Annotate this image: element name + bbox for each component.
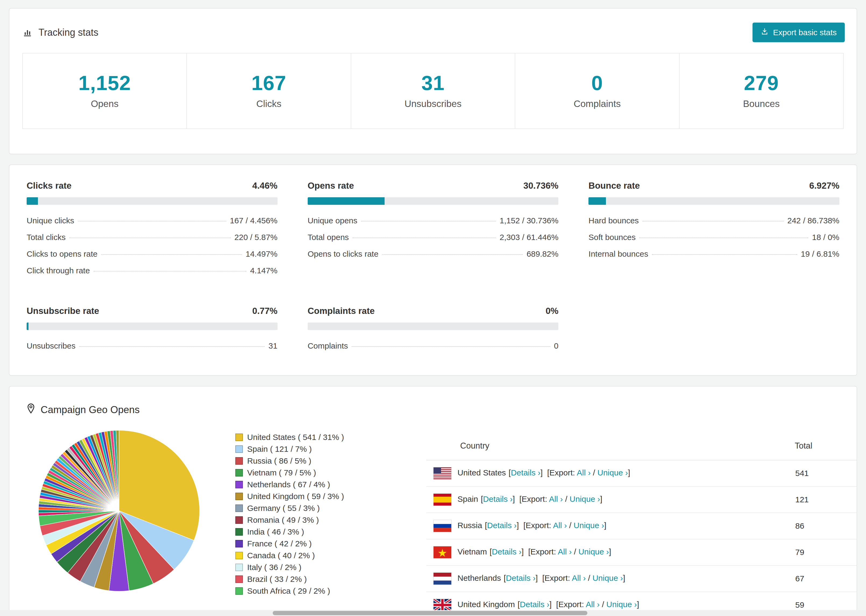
geo-table-row: Vietnam[Details ›] [Export: All › / Uniq… [426,539,857,566]
horizontal-scrollbar-thumb[interactable] [273,611,587,615]
legend-item: Vietnam ( 79 / 5% ) [235,467,386,479]
total-column-header: Total [795,430,857,460]
rate-detail-label: Unique opens [308,216,357,225]
legend-item: France ( 42 / 2% ) [235,538,386,550]
country-details-link[interactable]: Details › [492,547,521,556]
country-details-link[interactable]: Details › [520,600,550,609]
legend-label: Italy ( 36 / 2% ) [247,563,301,572]
rate-detail-value: 18 / 0% [812,233,839,242]
geo-opens-card: Campaign Geo Opens United States ( 541 /… [9,386,857,616]
geo-title: Campaign Geo Opens [41,404,140,415]
country-total: 121 [795,486,857,513]
stat-label: Complaints [515,98,679,109]
rates-grid: Clicks rate 4.46% Unique clicks167 / 4.4… [27,181,839,354]
flag-vn-icon [433,546,452,558]
email-campaign-stats-page: Tracking stats Export basic stats 1,152 … [0,0,866,616]
dotted-leader [642,221,783,222]
rate-bounce: Bounce rate 6.927% Hard bounces242 / 86.… [589,181,839,279]
country-name: United Kingdom [457,600,515,609]
rate-detail-label: Clicks to opens rate [27,250,98,259]
export-unique-link[interactable]: Unique › [597,468,628,477]
rate-detail-value: 0 [554,341,559,350]
country-name: Netherlands [457,574,501,582]
rate-detail-label: Internal bounces [589,250,648,259]
dotted-leader [361,221,496,222]
legend-item: Italy ( 36 / 2% ) [235,561,386,573]
export-all-link[interactable]: All › [553,521,567,530]
bar-chart-icon [22,27,33,38]
legend-label: India ( 46 / 3% ) [247,527,304,536]
legend-swatch-icon [235,552,243,559]
country-details-link[interactable]: Details › [506,574,535,582]
rate-detail-value: 19 / 6.81% [801,250,839,259]
stat-value: 31 [351,71,515,94]
export-unique-link[interactable]: Unique › [592,574,623,582]
legend-item: South Africa ( 29 / 2% ) [235,585,386,597]
stat-clicks: 167 Clicks [187,53,351,129]
rate-detail-row: Total clicks220 / 5.87% [27,229,277,246]
rate-detail-label: Soft bounces [589,233,636,242]
rate-detail-value: 689.82% [527,250,558,259]
country-details-link[interactable]: Details › [483,495,513,503]
geo-table-header-row: Country Total [426,430,857,460]
rate-opens: Opens rate 30.736% Unique opens1,152 / 3… [308,181,559,279]
stat-opens: 1,152 Opens [23,53,187,129]
geo-pie-chart [36,428,202,594]
rate-detail-value: 220 / 5.87% [235,233,277,242]
country-total: 86 [795,513,857,539]
geo-table-row: Spain[Details ›] [Export: All › / Unique… [426,486,857,513]
country-name: United States [457,468,506,477]
export-basic-stats-button[interactable]: Export basic stats [753,23,845,42]
country-name: Spain [457,495,478,503]
export-all-link[interactable]: All › [558,547,572,556]
tracking-stats-title-row: Tracking stats [22,27,98,38]
horizontal-scrollbar-track[interactable] [0,610,866,616]
rate-title: Unsubscribe rate [27,306,99,316]
stat-label: Clicks [187,98,350,109]
progress-bar [27,197,277,205]
progress-bar [308,322,559,330]
dotted-leader [652,254,797,255]
legend-swatch-icon [235,457,243,465]
legend-label: France ( 42 / 2% ) [247,539,312,548]
map-pin-icon [27,403,35,416]
rate-value: 0% [546,306,559,316]
legend-label: United Kingdom ( 59 / 3% ) [247,492,344,501]
legend-swatch-icon [235,564,243,571]
tracking-stats-header: Tracking stats Export basic stats [9,9,857,53]
rate-detail-label: Total opens [308,233,349,242]
export-unique-link[interactable]: Unique › [574,521,604,530]
stat-unsubscribes: 31 Unsubscribes [351,53,515,129]
legend-swatch-icon [235,540,243,547]
rate-detail-row: Click through rate4.147% [27,262,277,279]
export-all-link[interactable]: All › [549,495,563,503]
export-unique-link[interactable]: Unique › [606,600,637,609]
rate-unsubscribe: Unsubscribe rate 0.77% Unsubscribes31 [27,306,277,354]
rate-detail-value: 14.497% [246,250,277,259]
rate-value: 0.77% [252,306,277,316]
export-unique-link[interactable]: Unique › [578,547,609,556]
legend-swatch-icon [235,587,243,595]
export-unique-link[interactable]: Unique › [570,495,600,503]
stat-complaints: 0 Complaints [515,53,679,129]
legend-label: Romania ( 49 / 3% ) [247,515,319,525]
export-all-link[interactable]: All › [586,600,600,609]
rate-detail-row: Internal bounces19 / 6.81% [589,246,839,262]
export-all-link[interactable]: All › [572,574,586,582]
tracking-stats-card: Tracking stats Export basic stats 1,152 … [9,8,857,154]
rate-detail-value: 1,152 / 30.736% [500,216,559,225]
rate-detail-label: Opens to clicks rate [308,250,378,259]
export-all-link[interactable]: All › [577,468,591,477]
flag-gb-icon [433,599,452,611]
country-details-link[interactable]: Details › [487,521,516,530]
stat-bounces: 279 Bounces [680,53,843,129]
rate-value: 30.736% [523,181,558,191]
country-details-link[interactable]: Details › [511,468,540,477]
rate-title: Opens rate [308,181,354,191]
legend-label: Germany ( 55 / 3% ) [247,504,320,513]
rate-detail-row: Unsubscribes31 [27,338,277,354]
country-name: Russia [457,521,482,530]
legend-item: Germany ( 55 / 3% ) [235,502,386,514]
rate-title: Bounce rate [589,181,640,191]
progress-bar [308,197,559,205]
